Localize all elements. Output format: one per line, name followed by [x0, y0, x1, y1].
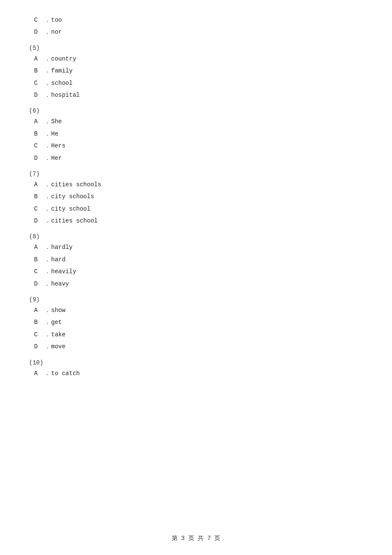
list-item: A．show — [34, 306, 366, 315]
option-text: school — [51, 78, 72, 88]
option-text: country — [51, 54, 76, 64]
list-item: C．school — [34, 78, 366, 88]
question-number: (7) — [29, 171, 366, 177]
question-number: (8) — [29, 233, 366, 240]
option-dot: ． — [44, 54, 51, 64]
list-item: A．She — [34, 117, 366, 126]
list-item: A．to catch — [34, 369, 366, 378]
option-text: hardly — [51, 243, 72, 252]
option-letter: D — [34, 216, 44, 225]
option-letter: C — [34, 78, 44, 88]
option-text: family — [51, 66, 72, 75]
option-dot: ． — [44, 180, 51, 189]
option-dot: ． — [44, 78, 51, 88]
question-group-8: (8)A．hardlyB．hardC．heavilyD．heavy — [26, 233, 366, 289]
list-item: A．country — [34, 54, 366, 64]
list-item: C．Hers — [34, 141, 366, 150]
question-group-10: (10)A．to catch — [26, 359, 366, 378]
preceding-options-group: C ． too D ． nor — [26, 15, 366, 37]
option-text: hard — [51, 255, 66, 264]
option-letter: A — [34, 306, 44, 315]
option-text: city school — [51, 204, 90, 214]
question-group-5: (5)A．countryB．familyC．schoolD．hospital — [26, 45, 366, 100]
option-text: She — [51, 117, 62, 126]
option-dot: ． — [44, 216, 51, 225]
option-dot: ． — [44, 279, 51, 289]
option-dot: ． — [44, 255, 51, 264]
list-item: C．heavily — [34, 267, 366, 276]
option-text: take — [51, 330, 66, 339]
option-letter: C — [34, 15, 44, 25]
option-dot: ． — [44, 129, 51, 139]
option-dot: ． — [44, 306, 51, 315]
option-letter: B — [34, 66, 44, 75]
list-item: D．heavy — [34, 279, 366, 289]
option-letter: C — [34, 141, 44, 150]
list-item: C．city school — [34, 204, 366, 214]
option-dot: ． — [44, 192, 51, 201]
option-text: show — [51, 306, 66, 315]
option-text: cities school — [51, 216, 98, 225]
option-text: He — [51, 129, 58, 139]
option-text: to catch — [51, 369, 80, 378]
option-text: too — [51, 15, 62, 25]
option-text: hospital — [51, 90, 80, 100]
option-letter: C — [34, 267, 44, 276]
option-letter: D — [34, 27, 44, 37]
question-number: (9) — [29, 296, 366, 303]
option-text: nor — [51, 27, 62, 37]
list-item: A．hardly — [34, 243, 366, 252]
list-item: C．take — [34, 330, 366, 339]
option-dot: ． — [44, 204, 51, 214]
page-content: C ． too D ． nor (5)A．countryB．familyC．sc… — [0, 0, 392, 406]
page-footer: 第 3 页 共 7 页 — [0, 535, 392, 542]
option-text: cities schools — [51, 180, 101, 189]
option-text: city schools — [51, 192, 94, 201]
list-item: B．family — [34, 66, 366, 75]
option-letter: A — [34, 117, 44, 126]
option-letter: A — [34, 180, 44, 189]
option-dot: ． — [44, 141, 51, 150]
list-item: B．get — [34, 318, 366, 327]
option-letter: D — [34, 342, 44, 351]
question-group-7: (7)A．cities schoolsB．city schoolsC．city … — [26, 171, 366, 226]
option-dot: ． — [44, 15, 51, 25]
list-item: D．hospital — [34, 90, 366, 100]
list-item: D．move — [34, 342, 366, 351]
list-item: B．city schools — [34, 192, 366, 201]
list-item: D．Her — [34, 153, 366, 163]
option-text: heavy — [51, 279, 69, 289]
questions-container: (5)A．countryB．familyC．schoolD．hospital(6… — [26, 45, 366, 378]
question-number: (6) — [29, 107, 366, 114]
option-text: Hers — [51, 141, 66, 150]
option-text: move — [51, 342, 66, 351]
option-text: heavily — [51, 267, 76, 276]
option-dot: ． — [44, 117, 51, 126]
option-letter: A — [34, 243, 44, 252]
option-dot: ． — [44, 90, 51, 100]
option-dot: ． — [44, 369, 51, 378]
option-letter: D — [34, 90, 44, 100]
list-item: D ． nor — [34, 27, 366, 37]
option-dot: ． — [44, 243, 51, 252]
option-text: Her — [51, 153, 62, 163]
list-item: C ． too — [34, 15, 366, 25]
list-item: D．cities school — [34, 216, 366, 225]
option-dot: ． — [44, 318, 51, 327]
option-letter: B — [34, 129, 44, 139]
list-item: B．hard — [34, 255, 366, 264]
question-group-6: (6)A．SheB．HeC．HersD．Her — [26, 107, 366, 163]
option-text: get — [51, 318, 62, 327]
option-letter: C — [34, 330, 44, 339]
option-letter: B — [34, 255, 44, 264]
option-letter: B — [34, 192, 44, 201]
option-letter: B — [34, 318, 44, 327]
option-dot: ． — [44, 267, 51, 276]
option-letter: A — [34, 54, 44, 64]
option-letter: C — [34, 204, 44, 214]
option-letter: D — [34, 279, 44, 289]
question-number: (5) — [29, 45, 366, 52]
list-item: A．cities schools — [34, 180, 366, 189]
option-dot: ． — [44, 153, 51, 163]
option-dot: ． — [44, 66, 51, 75]
